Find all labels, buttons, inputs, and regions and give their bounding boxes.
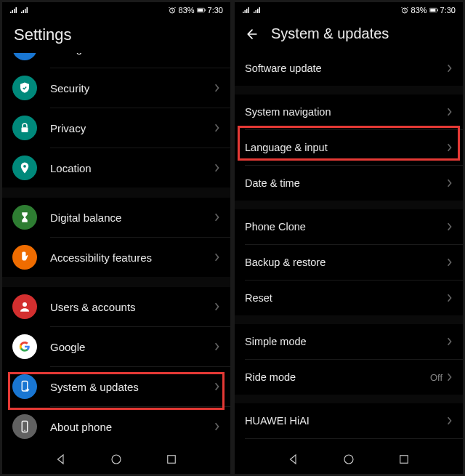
lock-icon	[12, 116, 37, 140]
svg-point-7	[23, 165, 26, 168]
chevron-right-icon	[447, 372, 453, 382]
chevron-right-icon	[214, 302, 220, 312]
row-software-update[interactable]: Software update	[235, 51, 463, 86]
chevron-right-icon	[214, 382, 220, 392]
phone-update-icon	[12, 374, 37, 399]
recent-nav-icon[interactable]	[397, 453, 411, 466]
system-list[interactable]: Software update System navigation Langua…	[235, 51, 463, 445]
signal-icon	[9, 7, 18, 14]
storage-icon	[12, 53, 37, 60]
svg-rect-2	[198, 9, 203, 12]
chevron-right-icon	[214, 421, 220, 432]
battery-text: 83%	[411, 6, 427, 15]
person-icon	[12, 294, 37, 319]
row-label: Security	[50, 82, 214, 94]
back-nav-icon[interactable]	[54, 453, 68, 466]
time-text: 7:30	[440, 6, 456, 15]
row-google[interactable]: Google	[2, 327, 230, 366]
row-label: Privacy	[50, 122, 214, 134]
row-system-navigation[interactable]: System navigation	[235, 94, 463, 129]
chevron-right-icon	[447, 257, 453, 267]
svg-rect-3	[204, 9, 205, 11]
battery-icon	[429, 6, 438, 15]
row-value: Off	[430, 372, 442, 383]
row-language-input[interactable]: Language & input	[235, 130, 463, 165]
row-label: HUAWEI HiAI	[245, 415, 447, 427]
home-nav-icon[interactable]	[110, 453, 123, 466]
settings-list[interactable]: Storage Security Privacy Location	[2, 53, 230, 445]
row-accessibility[interactable]: Accessibility features	[2, 238, 230, 277]
back-icon[interactable]	[245, 27, 259, 41]
phone-icon	[12, 414, 37, 439]
row-label: System navigation	[245, 106, 447, 118]
row-date-time[interactable]: Date & time	[235, 166, 463, 201]
battery-icon	[197, 6, 206, 15]
row-ux-improvement[interactable]: User experience improvement	[235, 439, 463, 445]
row-storage[interactable]: Storage	[2, 53, 230, 68]
row-label: Location	[50, 162, 214, 174]
row-digital-balance[interactable]: Digital balance	[2, 198, 230, 237]
alarm-icon	[400, 6, 409, 15]
svg-rect-16	[430, 9, 435, 12]
status-bar: 83% 7:30	[2, 2, 230, 18]
signal-icon-2	[20, 7, 29, 14]
time-text: 7:30	[208, 6, 223, 15]
google-icon	[12, 334, 37, 359]
svg-rect-6	[22, 127, 28, 132]
svg-point-8	[23, 302, 27, 307]
battery-text: 83%	[179, 6, 195, 15]
chevron-right-icon	[447, 178, 453, 188]
chevron-right-icon	[447, 336, 453, 347]
pin-icon	[12, 156, 37, 180]
page-title: Settings	[2, 18, 230, 53]
svg-rect-19	[400, 456, 408, 464]
row-about[interactable]: About phone	[2, 407, 230, 445]
status-bar: 83% 7:30	[235, 2, 463, 18]
row-label: Language & input	[245, 142, 447, 153]
row-users[interactable]: Users & accounts	[2, 287, 230, 326]
chevron-right-icon	[214, 212, 220, 222]
chevron-right-icon	[447, 63, 453, 73]
row-system-updates[interactable]: System & updates	[2, 367, 230, 406]
home-nav-icon[interactable]	[342, 453, 355, 466]
svg-point-18	[344, 455, 353, 464]
phone-settings: 83% 7:30 Settings Storage Security	[2, 2, 230, 474]
row-label: Accessibility features	[50, 251, 214, 264]
row-backup-restore[interactable]: Backup & restore	[235, 245, 463, 280]
chevron-right-icon	[447, 107, 453, 117]
chevron-right-icon	[447, 142, 453, 153]
row-huawei-hiai[interactable]: HUAWEI HiAI	[235, 403, 463, 438]
row-label: Users & accounts	[50, 301, 214, 313]
row-label: Digital balance	[50, 211, 214, 224]
row-label: Ride mode	[245, 371, 430, 383]
chevron-right-icon	[447, 293, 453, 303]
row-location[interactable]: Location	[2, 148, 230, 187]
svg-rect-17	[437, 9, 437, 11]
row-label: Simple mode	[245, 336, 447, 347]
recent-nav-icon[interactable]	[165, 453, 178, 466]
row-security[interactable]: Security	[2, 68, 230, 108]
svg-point-12	[112, 455, 121, 464]
row-simple-mode[interactable]: Simple mode	[235, 324, 463, 359]
row-ride-mode[interactable]: Ride mode Off	[235, 360, 463, 395]
row-label: Date & time	[245, 177, 447, 189]
svg-point-11	[24, 430, 25, 432]
chevron-right-icon	[447, 416, 453, 426]
back-nav-icon[interactable]	[287, 453, 300, 466]
row-phone-clone[interactable]: Phone Clone	[235, 209, 463, 244]
svg-rect-13	[168, 456, 176, 464]
row-label: Google	[50, 341, 214, 353]
chevron-right-icon	[447, 222, 453, 232]
page-title: System & updates	[271, 25, 389, 42]
row-label: Software update	[245, 62, 447, 74]
header: System & updates	[235, 18, 463, 51]
row-label: System & updates	[50, 381, 214, 393]
row-privacy[interactable]: Privacy	[2, 108, 230, 148]
row-label: Reset	[245, 292, 447, 304]
chevron-right-icon	[214, 83, 220, 93]
shield-icon	[12, 76, 37, 100]
nav-bar	[235, 445, 463, 474]
row-reset[interactable]: Reset	[235, 281, 463, 315]
nav-bar	[2, 445, 230, 474]
phone-system-updates: 83% 7:30 System & updates Software updat…	[235, 2, 463, 474]
